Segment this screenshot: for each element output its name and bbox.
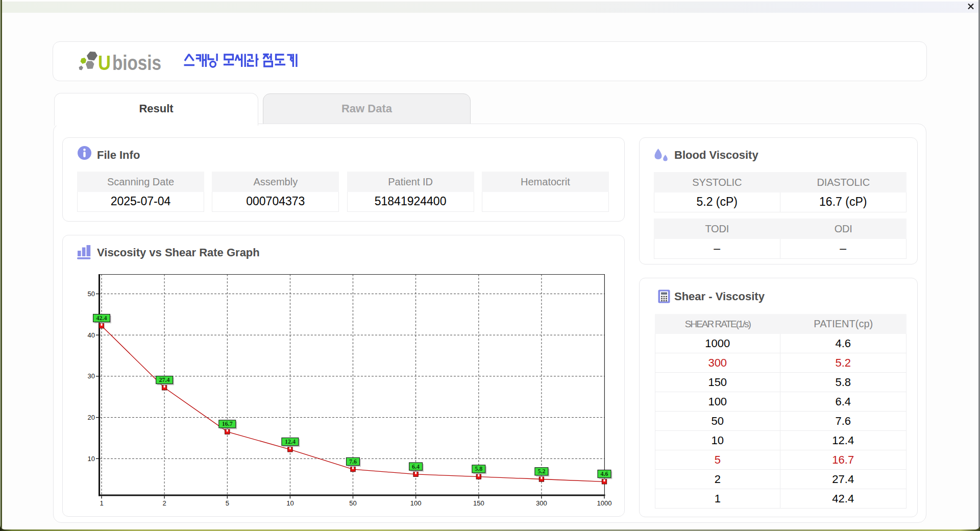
svg-text:20: 20 xyxy=(88,414,95,421)
svg-text:12.4: 12.4 xyxy=(285,438,296,445)
svg-text:100: 100 xyxy=(410,499,422,507)
svg-text:27.4: 27.4 xyxy=(159,376,170,383)
svg-text:1000: 1000 xyxy=(597,499,612,507)
svg-text:6.4: 6.4 xyxy=(412,463,420,470)
svg-text:5.8: 5.8 xyxy=(475,465,482,472)
svg-text:300: 300 xyxy=(536,499,547,507)
svg-text:16.7: 16.7 xyxy=(222,420,233,427)
svg-text:1: 1 xyxy=(100,499,103,507)
svg-text:U: U xyxy=(98,51,111,75)
svg-text:40: 40 xyxy=(88,331,95,339)
svg-text:30: 30 xyxy=(88,372,95,380)
svg-text:5.2: 5.2 xyxy=(537,468,545,475)
svg-text:50: 50 xyxy=(349,499,356,507)
svg-text:10: 10 xyxy=(88,455,95,463)
svg-text:7.6: 7.6 xyxy=(349,458,357,465)
svg-text:2: 2 xyxy=(162,499,166,507)
svg-text:10: 10 xyxy=(286,499,293,507)
svg-text:4.6: 4.6 xyxy=(601,470,608,477)
svg-text:biosis: biosis xyxy=(112,51,161,75)
svg-text:42.4: 42.4 xyxy=(96,315,107,322)
svg-text:150: 150 xyxy=(473,499,484,507)
svg-text:50: 50 xyxy=(88,290,95,298)
svg-text:5: 5 xyxy=(226,499,229,507)
